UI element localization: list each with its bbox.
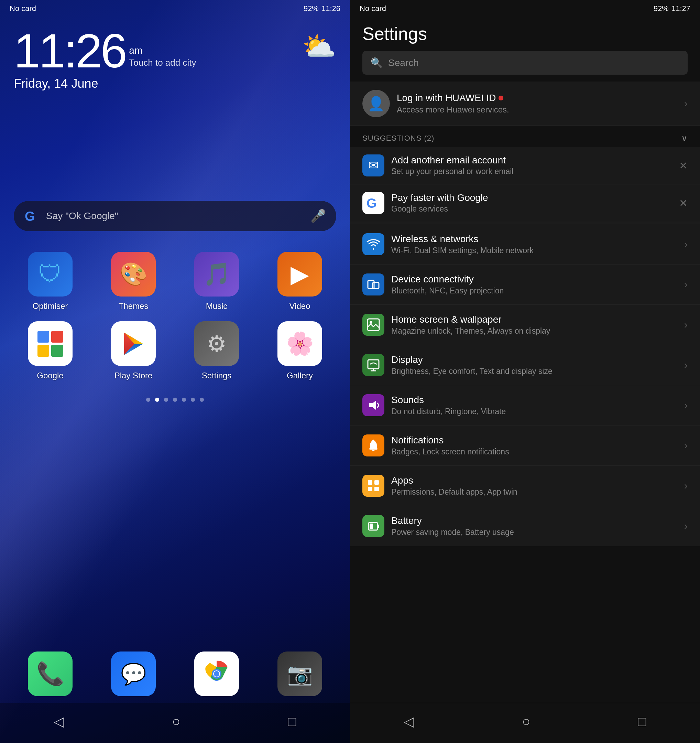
- dot-5: [191, 398, 195, 402]
- sounds-title: Sounds: [391, 395, 677, 406]
- settings-back-button[interactable]: ◁: [404, 713, 414, 729]
- notifications-chevron: ›: [684, 440, 688, 451]
- dot-1: [155, 398, 159, 402]
- settings-recent-button[interactable]: □: [638, 714, 646, 729]
- notifications-title: Notifications: [391, 435, 677, 446]
- svg-text:G: G: [366, 196, 377, 210]
- app-icon-playstore: [111, 321, 156, 366]
- settings-home-button[interactable]: ○: [522, 714, 530, 729]
- page-dots: [0, 380, 350, 412]
- app-item-themes[interactable]: 🎨 Themes: [97, 252, 170, 311]
- app-item-music[interactable]: 🎵 Music: [180, 252, 253, 311]
- settings-apps[interactable]: Apps Permissions, Default apps, App twin…: [350, 466, 700, 506]
- dock-msg-icon: 💬: [111, 651, 156, 696]
- huawei-id-row[interactable]: 👤 Log in with HUAWEI ID Access more Huaw…: [350, 81, 700, 126]
- app-grid: 🛡 Optimiser 🎨 Themes 🎵 Music ▶ Video: [0, 231, 350, 380]
- suggestion-google-pay[interactable]: G Pay faster with Google Google services…: [350, 184, 700, 222]
- settings-homescreen[interactable]: Home screen & wallpaper Magazine unlock,…: [350, 305, 700, 345]
- google-search-bar[interactable]: G Say "Ok Google" 🎤: [14, 201, 336, 231]
- google-blue-sq: [37, 331, 50, 343]
- battery-info: Battery Power saving mode, Battery usage: [391, 515, 677, 537]
- svg-rect-27: [378, 525, 379, 528]
- suggestion-pay-info: Pay faster with Google Google services: [391, 192, 672, 214]
- google-green-sq: [51, 345, 63, 357]
- settings-title: Settings: [350, 13, 700, 51]
- app-icon-gallery: 🌸: [278, 321, 322, 366]
- suggestion-pay-title: Pay faster with Google: [391, 192, 672, 203]
- app-icon-settings: ⚙: [194, 321, 239, 366]
- dock: 📞 💬: [0, 645, 350, 703]
- settings-connectivity[interactable]: Device connectivity Bluetooth, NFC, Easy…: [350, 265, 700, 305]
- sounds-chevron: ›: [684, 400, 688, 411]
- app-item-optimiser[interactable]: 🛡 Optimiser: [14, 252, 87, 311]
- svg-rect-22: [368, 480, 372, 485]
- back-button[interactable]: ◁: [54, 713, 64, 729]
- recent-button[interactable]: □: [288, 714, 296, 729]
- app-item-gallery[interactable]: 🌸 Gallery: [263, 321, 336, 380]
- clock-ampm-city: am Touch to add city: [129, 45, 196, 68]
- app-item-video[interactable]: ▶ Video: [263, 252, 336, 311]
- email-symbol: ✉: [368, 158, 378, 173]
- app-item-settings[interactable]: ⚙ Settings: [180, 321, 253, 380]
- settings-sounds[interactable]: Sounds Do not disturb, Ringtone, Vibrate…: [350, 385, 700, 425]
- display-icon: [362, 354, 384, 376]
- suggestions-header[interactable]: SUGGESTIONS (2) ∨: [350, 126, 700, 147]
- google-red-sq: [51, 331, 63, 343]
- dot-6: [200, 398, 204, 402]
- suggestion-pay-close[interactable]: ✕: [679, 197, 688, 209]
- home-button[interactable]: ○: [172, 714, 180, 729]
- sounds-info: Sounds Do not disturb, Ringtone, Vibrate: [391, 395, 677, 416]
- home-nav-bar: ◁ ○ □: [0, 703, 350, 743]
- playstore-icon: [121, 331, 146, 357]
- settings-wireless[interactable]: Wireless & networks Wi-Fi, Dual SIM sett…: [350, 224, 700, 265]
- app-item-playstore[interactable]: Play Store: [97, 321, 170, 380]
- chrome-icon: [203, 660, 230, 688]
- settings-notifications[interactable]: Notifications Badges, Lock screen notifi…: [350, 425, 700, 466]
- device-connectivity-icon: [366, 278, 380, 292]
- app-label-gallery: Gallery: [287, 371, 313, 380]
- svg-text:G: G: [25, 209, 35, 223]
- home-status-bar: No card 92% 11:26: [0, 0, 350, 13]
- settings-search-bar[interactable]: 🔍 Search: [362, 51, 688, 75]
- dot-4: [182, 398, 186, 402]
- flower-icon: 🌸: [286, 330, 314, 357]
- battery-sub: Power saving mode, Battery usage: [391, 528, 677, 537]
- settings-status-right: 92% 11:27: [654, 4, 690, 13]
- homescreen-title: Home screen & wallpaper: [391, 314, 677, 325]
- suggestion-email-title: Add another email account: [391, 155, 672, 166]
- chevron-right-icon: ›: [684, 98, 688, 110]
- svg-point-15: [369, 321, 372, 324]
- suggestion-email[interactable]: ✉ Add another email account Set up your …: [350, 147, 700, 184]
- apps-info: Apps Permissions, Default apps, App twin: [391, 475, 677, 497]
- suggestion-email-info: Add another email account Set up your pe…: [391, 155, 672, 176]
- svg-rect-24: [368, 487, 372, 491]
- battery-settings-icon: [366, 519, 380, 533]
- sounds-settings-icon: [366, 398, 380, 412]
- home-status-right: 92% 11:26: [304, 4, 340, 13]
- settings-display[interactable]: Display Brightness, Eye comfort, Text an…: [350, 345, 700, 385]
- dock-chrome[interactable]: [180, 651, 253, 696]
- suggestions-label: SUGGESTIONS (2): [362, 134, 434, 143]
- email-icon: ✉: [362, 154, 384, 176]
- huawei-id-title: Log in with HUAWEI ID: [397, 93, 677, 104]
- app-label-video: Video: [289, 301, 310, 311]
- svg-point-13: [370, 288, 372, 289]
- suggestion-email-close[interactable]: ✕: [679, 160, 688, 172]
- google-yellow-sq: [37, 345, 50, 357]
- dock-phone-icon: 📞: [28, 651, 72, 696]
- dock-messages[interactable]: 💬: [97, 651, 170, 696]
- dock-phone[interactable]: 📞: [14, 651, 87, 696]
- clock-section: 11:26 am Touch to add city ⛅ Friday, 14 …: [0, 13, 350, 91]
- chevron-down-icon: ∨: [681, 133, 688, 144]
- app-item-google[interactable]: Google: [14, 321, 87, 380]
- wireless-icon: [362, 233, 384, 255]
- dock-camera[interactable]: 📷: [263, 651, 336, 696]
- settings-nav-bar: ◁ ○ □: [350, 703, 700, 743]
- app-icon-themes: 🎨: [111, 252, 156, 296]
- settings-battery[interactable]: Battery Power saving mode, Battery usage…: [350, 506, 700, 546]
- app-icon-optimiser: 🛡: [28, 252, 72, 296]
- svg-point-21: [372, 440, 374, 442]
- homescreen-icon: [362, 314, 384, 336]
- app-label-optimiser: Optimiser: [32, 301, 68, 311]
- mic-icon[interactable]: 🎤: [310, 209, 326, 223]
